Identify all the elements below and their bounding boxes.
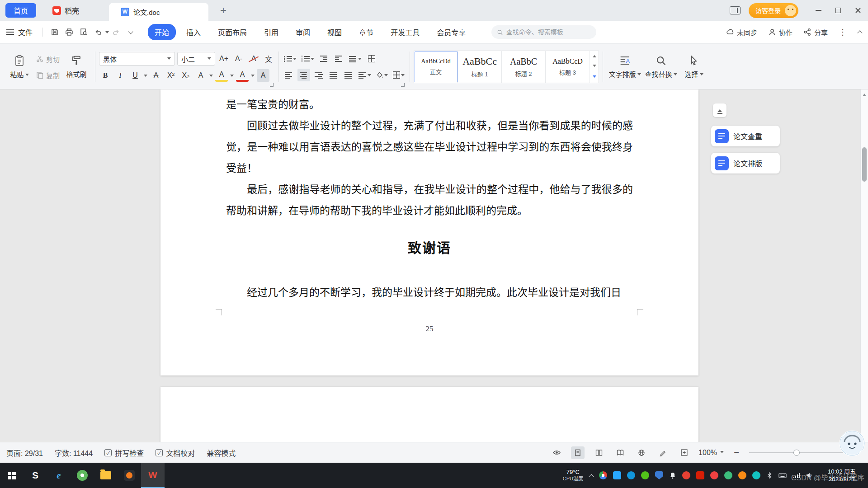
- decrease-font-button[interactable]: A-: [232, 52, 245, 65]
- clear-format-button[interactable]: A: [247, 52, 260, 65]
- fit-page-button[interactable]: [677, 446, 691, 459]
- tray-security-icon[interactable]: [641, 471, 649, 479]
- paste-button[interactable]: 粘贴: [5, 55, 34, 79]
- page-26[interactable]: [160, 387, 698, 442]
- share-button[interactable]: 分享: [803, 28, 828, 37]
- tray-keyboard-icon[interactable]: [778, 472, 787, 479]
- eye-protect-button[interactable]: [550, 446, 563, 459]
- pinyin-guide-button[interactable]: 文: [262, 52, 275, 65]
- increase-font-button[interactable]: A+: [217, 52, 230, 65]
- minimize-button[interactable]: [808, 0, 828, 21]
- increase-indent-button[interactable]: [333, 52, 345, 65]
- subscript-button[interactable]: X₂: [179, 69, 192, 82]
- style-heading1[interactable]: AaBbCc 标题 1: [458, 51, 502, 83]
- view-page-mode-button[interactable]: [571, 446, 585, 459]
- cjk-layout-button[interactable]: [348, 52, 363, 65]
- undo-dropdown-icon[interactable]: [105, 31, 109, 35]
- tab-view[interactable]: 视图: [321, 24, 349, 40]
- align-right-button[interactable]: [312, 69, 325, 81]
- font-dialog-launcher[interactable]: [270, 83, 274, 87]
- spell-check-toggle[interactable]: ✓ 拼写检查: [104, 447, 144, 458]
- tray-red1-icon[interactable]: [682, 471, 690, 479]
- line-spacing-button[interactable]: [357, 69, 373, 81]
- styles-gallery-more[interactable]: [590, 72, 599, 83]
- scrollbar-thumb[interactable]: [862, 147, 867, 182]
- tray-green2-icon[interactable]: [724, 471, 732, 479]
- tray-volume-icon[interactable]: [806, 472, 813, 479]
- strikethrough-button[interactable]: A: [150, 69, 162, 82]
- close-button[interactable]: [848, 0, 868, 21]
- quick-toolbar-more-button[interactable]: [123, 25, 138, 39]
- tab-home[interactable]: 开始: [148, 24, 176, 40]
- window-layout-icon[interactable]: [730, 6, 741, 14]
- maximize-button[interactable]: [828, 0, 848, 21]
- taskbar-app-sogou[interactable]: S: [24, 463, 47, 488]
- font-size-select[interactable]: 小二: [177, 52, 215, 66]
- page-indicator[interactable]: 页面: 29/31: [6, 447, 43, 458]
- thesis-check-button[interactable]: 论文查重: [711, 126, 780, 146]
- tab-ruler-button[interactable]: [365, 52, 378, 65]
- zoom-slider[interactable]: [749, 452, 844, 453]
- word-count[interactable]: 字数: 11444: [55, 447, 93, 458]
- assistant-robot-button[interactable]: [839, 430, 865, 456]
- style-heading2[interactable]: AaBbC 标题 2: [502, 51, 546, 83]
- tray-bluetooth-icon[interactable]: [766, 472, 773, 479]
- search-input[interactable]: [506, 28, 591, 36]
- style-heading3[interactable]: AaBbCcD 标题 3: [546, 51, 590, 83]
- tab-review[interactable]: 审阅: [289, 24, 317, 40]
- thesis-layout-button[interactable]: 论文排版: [711, 153, 780, 174]
- underline-button[interactable]: U: [129, 69, 142, 82]
- select-button[interactable]: 选择: [679, 55, 709, 79]
- view-outline-button[interactable]: [592, 446, 606, 459]
- shading-button[interactable]: [375, 69, 389, 81]
- undo-button[interactable]: [91, 25, 105, 39]
- zoom-slider-knob[interactable]: [793, 450, 800, 456]
- tab-page-layout[interactable]: 页面布局: [211, 24, 254, 40]
- tab-insert[interactable]: 插入: [179, 24, 208, 40]
- tray-orange-icon[interactable]: [738, 471, 746, 479]
- zoom-level-button[interactable]: 100%: [698, 449, 724, 457]
- char-shading-button[interactable]: A: [257, 69, 269, 82]
- sync-status-button[interactable]: 未同步: [726, 28, 757, 37]
- italic-button[interactable]: I: [114, 69, 127, 82]
- start-button[interactable]: [0, 463, 24, 488]
- borders-button[interactable]: [392, 69, 406, 81]
- login-button[interactable]: 访客登录: [749, 3, 798, 18]
- taskbar-app-explorer[interactable]: [94, 463, 118, 488]
- collaborate-button[interactable]: 协作: [768, 28, 793, 37]
- new-tab-button[interactable]: +: [217, 4, 230, 17]
- hamburger-icon[interactable]: [6, 29, 14, 35]
- print-preview-button[interactable]: [76, 25, 91, 39]
- align-left-button[interactable]: [283, 69, 295, 81]
- save-button[interactable]: [47, 25, 62, 39]
- document-tab[interactable]: W 论文.doc: [109, 3, 208, 21]
- redo-button[interactable]: [109, 25, 123, 39]
- numbered-list-button[interactable]: [300, 52, 316, 65]
- tray-network-icon[interactable]: [793, 472, 800, 479]
- align-justify-button[interactable]: [327, 69, 340, 81]
- file-menu[interactable]: 文件: [18, 27, 33, 38]
- cut-button[interactable]: 剪切: [36, 53, 60, 65]
- paragraph-dialog-launcher[interactable]: [401, 83, 405, 87]
- tray-messenger-icon[interactable]: [627, 471, 635, 479]
- bold-button[interactable]: B: [99, 69, 112, 82]
- home-tab[interactable]: 首页: [5, 3, 36, 18]
- align-center-button[interactable]: [297, 69, 310, 81]
- tray-teal-icon[interactable]: [752, 471, 760, 479]
- taskbar-app-media[interactable]: [118, 463, 141, 488]
- style-normal[interactable]: AaBbCcDd 正文: [414, 51, 458, 83]
- tab-section[interactable]: 章节: [352, 24, 380, 40]
- proofread-toggle[interactable]: ✓ 文档校对: [156, 447, 195, 458]
- taskbar-app-ie[interactable]: e: [47, 463, 71, 488]
- tab-references[interactable]: 引用: [257, 24, 285, 40]
- tray-bell-icon[interactable]: [669, 472, 676, 479]
- highlight-dropdown-icon[interactable]: [230, 75, 234, 79]
- font-color-dropdown-icon[interactable]: [251, 75, 255, 79]
- distribute-button[interactable]: [342, 69, 355, 81]
- command-search[interactable]: [491, 25, 596, 39]
- highlight-color-button[interactable]: A: [215, 69, 228, 82]
- underline-dropdown-icon[interactable]: [144, 75, 147, 79]
- format-painter-button[interactable]: 格式刷: [61, 55, 91, 79]
- font-color-button[interactable]: A: [236, 69, 249, 82]
- text-effects-dropdown-icon[interactable]: [209, 75, 213, 79]
